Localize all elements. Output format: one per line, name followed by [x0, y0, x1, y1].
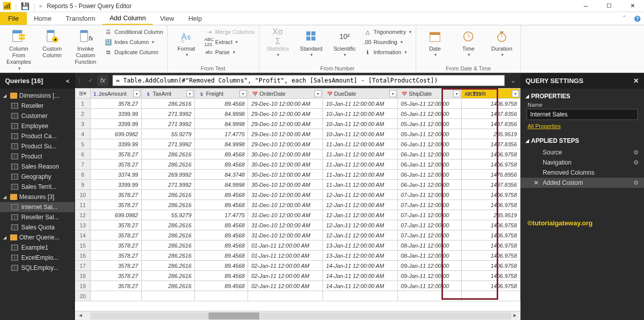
column-from-examples-button[interactable]: Column From Examples▾	[3, 27, 34, 72]
queries-folder[interactable]: ◢Measures [3]	[0, 192, 74, 202]
column-filter-icon[interactable]: ▾	[512, 90, 519, 97]
minimize-button[interactable]: ─	[574, 0, 597, 12]
close-button[interactable]: ✕	[621, 0, 644, 12]
formula-expand-icon[interactable]: 〉	[78, 76, 84, 85]
query-item[interactable]: Product Su...	[0, 141, 74, 151]
applied-steps-label[interactable]: APPLIED STEPS	[531, 137, 579, 144]
tab-view[interactable]: View	[153, 12, 181, 25]
information-button[interactable]: ℹInformation▾	[363, 48, 413, 57]
formula-input[interactable]	[112, 75, 505, 86]
table-row[interactable]: 12699.098255.927917.477531-Dec-10 12:00:…	[75, 210, 520, 220]
save-icon[interactable]: 💾	[21, 2, 29, 10]
column-header-esamount[interactable]: 1.2esAmount▾	[90, 89, 141, 99]
table-row[interactable]: 163578.27286.261689.456801-Jan-11 12:00:…	[75, 251, 520, 261]
collapse-queries-icon[interactable]: <	[66, 78, 69, 84]
query-item[interactable]: Geography	[0, 172, 74, 182]
query-item[interactable]: SQLEmploy...	[0, 263, 74, 273]
table-row[interactable]: 133578.27286.261689.456831-Dec-10 12:00:…	[75, 220, 520, 230]
file-menu[interactable]: File	[0, 12, 27, 25]
table-row[interactable]: 23399.99271.999284.999829-Dec-10 12:00:0…	[75, 109, 520, 119]
parse-button[interactable]: abcParse▾	[204, 48, 256, 57]
column-header-shipdate[interactable]: 📅ShipDate▾	[397, 89, 461, 99]
table-row[interactable]: 93399.99271.999284.999830-Dec-10 12:00:0…	[75, 180, 520, 190]
maximize-button[interactable]: ☐	[597, 0, 621, 12]
collapse-ribbon-icon[interactable]: ˆ	[618, 12, 631, 25]
query-item[interactable]: Product	[0, 151, 74, 162]
merge-columns-button[interactable]: ⇥Merge Columns	[204, 27, 256, 36]
query-item[interactable]: ExcelEmplo...	[0, 253, 74, 263]
applied-step[interactable]: Navigation⚙	[520, 157, 644, 168]
properties-section-label[interactable]: PROPERTIES	[531, 93, 570, 100]
table-row[interactable]: 173578.27286.261689.456802-Jan-11 12:00:…	[75, 261, 520, 271]
step-gear-icon[interactable]: ⚙	[633, 149, 639, 156]
table-row[interactable]: 4699.098255.927917.477529-Dec-10 12:00:0…	[75, 129, 520, 139]
query-item[interactable]: Reseller	[0, 101, 74, 111]
column-header-taxamt[interactable]: $TaxAmt▾	[141, 89, 194, 99]
fx-icon[interactable]: fx	[97, 75, 108, 86]
data-grid[interactable]: ⊞▾1.2esAmount▾$TaxAmt▾$Freight▾📅OrderDat…	[75, 88, 520, 311]
rounding-button[interactable]: .00Rounding▾	[363, 37, 413, 47]
conditional-column-button[interactable]: ☰Conditional Column	[103, 27, 164, 36]
all-properties-link[interactable]: All Properties	[520, 123, 644, 129]
table-row[interactable]: 103578.27286.261689.456831-Dec-10 12:00:…	[75, 190, 520, 200]
tab-home[interactable]: Home	[27, 12, 59, 25]
date-button[interactable]: Date▾	[419, 27, 451, 59]
table-row[interactable]: 183578.27286.261689.456802-Jan-11 12:00:…	[75, 271, 520, 281]
column-filter-icon[interactable]: ▾	[186, 90, 193, 97]
queries-folder[interactable]: ◢Other Querie...	[0, 232, 74, 243]
table-row[interactable]: 73578.27286.261689.456830-Dec-10 12:00:0…	[75, 159, 520, 170]
formula-check-icon[interactable]: ✓	[88, 77, 93, 84]
column-filter-icon[interactable]: ▾	[453, 90, 460, 97]
applied-step[interactable]: ✕Added Custom⚙	[520, 178, 644, 188]
formula-dropdown-icon[interactable]: ⌄	[509, 77, 517, 84]
query-item[interactable]: Sales Quota	[0, 222, 74, 232]
format-button[interactable]: ABC Format▾	[171, 27, 202, 59]
query-item[interactable]: Sales Territ...	[0, 182, 74, 192]
query-item[interactable]: Sales Reason	[0, 162, 74, 172]
column-filter-icon[interactable]: ▾	[133, 90, 140, 97]
tab-add-column[interactable]: Add Column	[102, 12, 153, 25]
custom-column-button[interactable]: ★ Custom Column	[36, 27, 68, 60]
applied-step[interactable]: Source⚙	[520, 147, 644, 157]
column-header-profit[interactable]: ABC123Profit▾	[462, 89, 520, 99]
duplicate-column-button[interactable]: ⧉Duplicate Column	[103, 48, 164, 57]
column-filter-icon[interactable]: ▾	[239, 90, 247, 97]
query-item[interactable]: Reseller Sal...	[0, 212, 74, 222]
step-gear-icon[interactable]: ⚙	[633, 179, 639, 186]
qat-dropdown-icon[interactable]: ≡	[39, 4, 42, 9]
queries-folder[interactable]: ◢Dimensions [...	[0, 91, 74, 101]
table-row[interactable]: 53399.99271.999284.999829-Dec-10 12:00:0…	[75, 139, 520, 149]
tab-transform[interactable]: Transform	[59, 12, 103, 25]
index-column-button[interactable]: 🔢Index Column▾	[103, 37, 164, 47]
query-item[interactable]: Employee	[0, 121, 74, 131]
table-row[interactable]: 143578.27286.261689.456831-Dec-10 12:00:…	[75, 230, 520, 241]
column-filter-icon[interactable]: ▾	[389, 90, 396, 97]
applied-step[interactable]: Removed Columns	[520, 168, 644, 178]
horizontal-scrollbar[interactable]: ◄ ►	[75, 311, 520, 320]
query-name-input[interactable]	[527, 109, 638, 120]
query-item[interactable]: Internet Sal...	[0, 202, 74, 212]
query-item[interactable]: Product Ca...	[0, 131, 74, 141]
query-item[interactable]: Example1	[0, 243, 74, 253]
column-filter-icon[interactable]: ▾	[314, 90, 321, 97]
table-corner[interactable]: ⊞▾	[75, 89, 91, 99]
table-row[interactable]: 113578.27286.261689.456831-Dec-10 12:00:…	[75, 200, 520, 210]
extract-button[interactable]: ABC123Extract▾	[204, 37, 256, 47]
help-icon[interactable]: ?	[631, 12, 644, 25]
table-row[interactable]: 83374.99269.999284.374830-Dec-10 12:00:0…	[75, 170, 520, 180]
step-gear-icon[interactable]: ⚙	[633, 159, 639, 166]
column-header-orderdate[interactable]: 📅OrderDate▾	[248, 89, 323, 99]
tab-help[interactable]: Help	[181, 12, 209, 25]
time-button[interactable]: Time▾	[453, 27, 484, 59]
column-header-freight[interactable]: $Freight▾	[195, 89, 248, 99]
trigonometry-button[interactable]: △Trigonometry▾	[363, 27, 413, 36]
query-item[interactable]: Customer	[0, 111, 74, 121]
table-row[interactable]: 193578.27286.261689.456802-Jan-11 12:00:…	[75, 281, 520, 291]
statistics-button[interactable]: XσΣ Statistics▾	[262, 27, 294, 59]
table-row[interactable]: 153578.27286.261689.456801-Jan-11 12:00:…	[75, 241, 520, 251]
table-row[interactable]: 33399.99271.999284.999829-Dec-10 12:00:0…	[75, 119, 520, 129]
scientific-button[interactable]: 10² Scientific▾	[329, 27, 360, 59]
table-row[interactable]: 20	[75, 291, 520, 301]
table-row[interactable]: 13578.27286.261689.456829-Dec-10 12:00:0…	[75, 99, 520, 109]
column-header-duedate[interactable]: 📅DueDate▾	[323, 89, 398, 99]
